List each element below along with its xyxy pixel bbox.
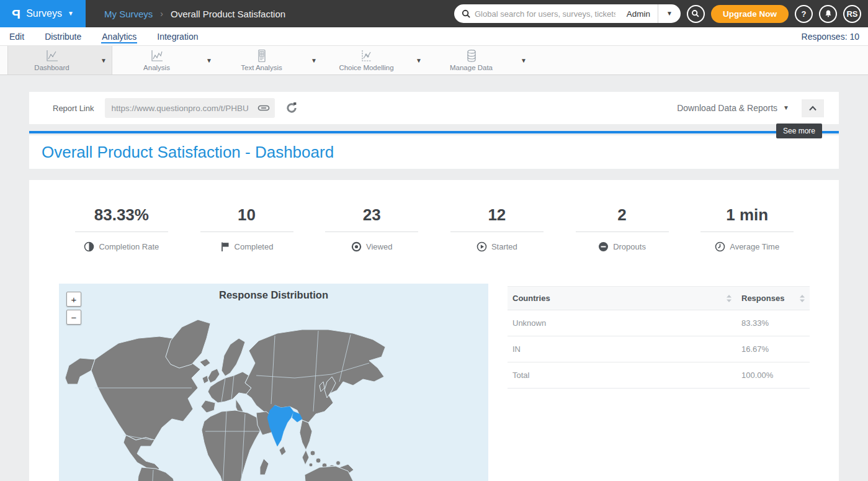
table-row: Total 100.00%	[508, 362, 810, 389]
breadcrumb: My Surveys › Overall Product Satisfactio…	[104, 9, 285, 19]
tab-distribute[interactable]: Distribute	[44, 29, 82, 43]
responses-cell: 16.67%	[736, 336, 810, 362]
bell-icon	[824, 9, 833, 18]
toolbar-label: Text Analysis	[241, 64, 282, 71]
map-title: Response Distribution	[59, 289, 488, 301]
stat-value: 23	[363, 205, 381, 225]
questionpro-logo-icon: P	[12, 7, 20, 20]
database-icon	[464, 49, 479, 63]
country-cell: Unknown	[508, 310, 736, 336]
stat-viewed: 23 Viewed	[309, 205, 434, 252]
stat-dropouts: 2 Dropouts	[560, 205, 685, 252]
zoom-in-button[interactable]: +	[66, 292, 81, 307]
upgrade-now-button[interactable]: Upgrade Now	[711, 5, 789, 23]
title-card: Overall Product Satisfaction - Dashboard	[29, 135, 839, 169]
toolbar-choice-modelling[interactable]: Choice Modelling ▼	[322, 46, 427, 74]
chevron-down-icon[interactable]: ▼	[201, 57, 217, 64]
countries-table-panel: Countries Responses	[508, 286, 810, 481]
survey-nav: Edit Distribute Analytics Integration Re…	[0, 27, 868, 46]
toolbar-manage-data[interactable]: Manage Data ▼	[427, 46, 532, 74]
column-label: Countries	[512, 294, 550, 303]
responses-cell: 100.00%	[736, 362, 810, 389]
breadcrumb-separator-icon: ›	[160, 9, 163, 19]
search-icon	[691, 9, 700, 18]
responses-count: Responses: 10	[802, 32, 859, 42]
link-icon[interactable]	[257, 104, 270, 112]
page-title: Overall Product Satisfaction - Dashboard	[42, 143, 334, 162]
report-url-field	[105, 98, 275, 118]
flag-icon	[220, 241, 230, 252]
half-circle-icon	[84, 241, 94, 252]
stat-value: 12	[488, 205, 506, 225]
toolbar-analysis[interactable]: Analysis ▼	[112, 46, 217, 74]
breadcrumb-my-surveys[interactable]: My Surveys	[104, 9, 153, 19]
notifications-button[interactable]	[819, 5, 837, 23]
world-map-canvas[interactable]	[59, 284, 488, 481]
toolbar-text-analysis[interactable]: Text Analysis ▼	[217, 46, 322, 74]
stat-label: Completed	[235, 242, 274, 251]
stat-label: Viewed	[366, 242, 392, 251]
report-url-input[interactable]	[111, 104, 257, 113]
topbar: P Surveys ▼ My Surveys › Overall Product…	[0, 0, 868, 27]
model-chart-icon	[359, 49, 374, 63]
chevron-down-icon[interactable]: ▼	[306, 57, 322, 64]
global-search: Admin ▼	[454, 4, 681, 23]
regenerate-lock-icon	[285, 102, 298, 114]
stats-row: 83.33% Completion Rate 10 Completed 23	[59, 205, 810, 252]
download-label: Download Data & Reports	[677, 103, 777, 113]
chevron-down-icon: ▼	[68, 11, 74, 17]
document-grid-icon	[254, 49, 269, 63]
stat-completion-rate: 83.33% Completion Rate	[59, 205, 184, 252]
chevron-down-icon: ▼	[783, 105, 789, 111]
stat-label: Completion Rate	[99, 242, 159, 251]
report-link-label: Report Link	[53, 104, 94, 113]
stat-value: 83.33%	[94, 205, 149, 225]
help-button[interactable]: ?	[795, 5, 813, 23]
user-avatar[interactable]: RS	[843, 5, 861, 23]
table-row: Unknown 83.33%	[508, 310, 810, 336]
tab-analytics[interactable]: Analytics	[101, 29, 137, 43]
tab-integration[interactable]: Integration	[156, 29, 199, 43]
collapse-report-bar-button[interactable]	[802, 99, 824, 117]
surveys-product-switcher[interactable]: P Surveys ▼	[0, 0, 86, 27]
toolbar-dashboard[interactable]: Dashboard ▼	[7, 46, 112, 74]
chevron-down-icon[interactable]: ▼	[516, 57, 532, 64]
column-header-countries[interactable]: Countries	[508, 287, 736, 310]
stat-average-time: 1 min Average Time	[684, 205, 810, 252]
countries-table: Countries Responses	[508, 286, 810, 389]
stat-value: 1 min	[726, 205, 768, 225]
chevron-down-icon[interactable]: ▼	[658, 11, 681, 17]
zoom-out-button[interactable]: −	[66, 310, 81, 325]
search-input[interactable]	[471, 9, 619, 19]
stat-label: Dropouts	[613, 242, 646, 251]
play-circle-icon	[477, 241, 487, 252]
toolbar-label: Analysis	[143, 64, 170, 71]
report-link-bar: Report Link Download Data & Reports ▼	[29, 92, 839, 124]
product-label: Surveys	[26, 8, 62, 19]
search-scope-select[interactable]: Admin	[619, 9, 658, 19]
stat-label: Average Time	[730, 242, 779, 251]
advanced-search-button[interactable]	[687, 5, 705, 23]
accent-divider	[29, 131, 839, 133]
tab-edit[interactable]: Edit	[9, 29, 25, 43]
table-row: IN 16.67%	[508, 336, 810, 362]
download-data-reports-dropdown[interactable]: Download Data & Reports ▼	[677, 103, 789, 113]
search-icon	[462, 9, 471, 19]
sort-icon[interactable]	[800, 295, 805, 302]
line-chart-icon	[45, 49, 60, 63]
responses-cell: 83.33%	[736, 310, 810, 336]
chevron-down-icon[interactable]: ▼	[96, 57, 112, 64]
response-distribution-map[interactable]: Response Distribution + −	[59, 284, 488, 481]
sort-icon[interactable]	[727, 295, 732, 302]
chevron-up-icon	[808, 106, 817, 111]
analytics-toolbar: Dashboard ▼ Analysis ▼ Text Analysis ▼ C…	[0, 46, 868, 75]
stat-label: Started	[491, 242, 517, 251]
regenerate-link-button[interactable]	[285, 102, 298, 114]
breadcrumb-current: Overall Product Satisfaction	[171, 9, 285, 19]
column-header-responses[interactable]: Responses	[736, 287, 810, 310]
see-more-tooltip: See more	[776, 124, 822, 138]
dashboard-card: 83.33% Completion Rate 10 Completed 23	[29, 180, 839, 481]
dashboard-page: Report Link Download Data & Reports ▼ Se…	[0, 75, 868, 481]
content-row: Response Distribution + −	[59, 284, 810, 481]
chevron-down-icon[interactable]: ▼	[411, 57, 427, 64]
